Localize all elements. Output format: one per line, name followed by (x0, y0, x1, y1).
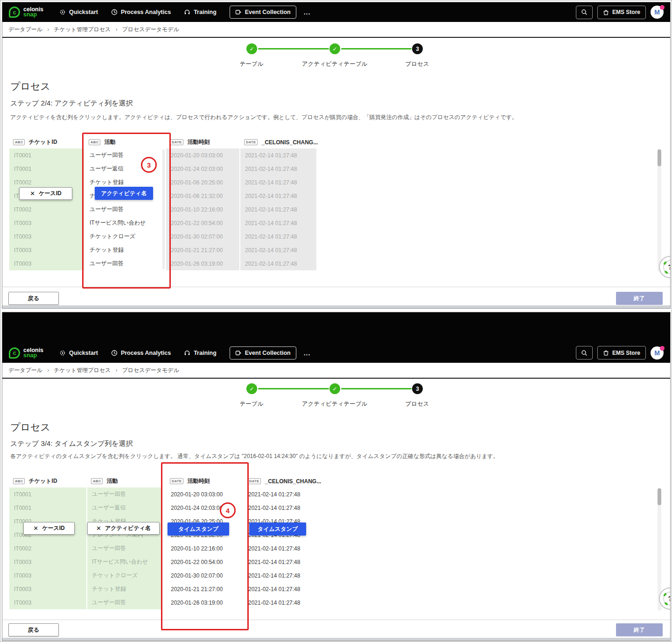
celonis-snap-logo[interactable]: c celonis snap (9, 7, 43, 18)
brand-sub: snap (23, 12, 43, 17)
scrollbar-thumb[interactable] (658, 149, 661, 166)
table-cell: ユーザー回答 (87, 487, 162, 501)
ems-store-button[interactable]: EMS Store (597, 346, 646, 360)
table-cell: 2020-01-22 00:54:00 (166, 555, 239, 569)
step-circle-activity-table[interactable]: ✓ (329, 383, 340, 394)
nav-item-event-collection[interactable]: Event Collection (230, 346, 296, 360)
column-activity-time[interactable]: DATE 活動時刻 2020-01-20 03:03:002020-01-24 … (166, 136, 239, 270)
remove-icon[interactable]: ✕ (33, 525, 38, 532)
search-button[interactable] (576, 346, 593, 360)
annotation-number: 3 (141, 157, 157, 173)
ems-store-button[interactable]: EMS Store (597, 6, 646, 19)
breadcrumb-item[interactable]: プロセスデータモデル (111, 26, 179, 34)
table-cell: チケットクローズ (85, 230, 165, 243)
table-cell: 2021-02-14 01:27:48 (244, 569, 317, 582)
brand-sub: snap (23, 353, 43, 358)
step-circle-process[interactable]: 3 (412, 43, 423, 54)
celonis-logo-icon: c (9, 7, 20, 18)
nav-item-label: Process Analytics (121, 9, 171, 15)
column-activity-time[interactable]: DATE 活動時刻 2020-01-20 03:03:002020-01-24 … (166, 475, 239, 609)
finish-button[interactable]: 終了 (616, 623, 663, 636)
nav-item-training[interactable]: Training (184, 9, 217, 15)
activity-name-suggestion-chip[interactable]: アクティビティ名 (95, 187, 153, 200)
column-ticket-id[interactable]: ABC チケットID IT0001IT0001IT0002IT0002IT000… (9, 475, 86, 609)
svg-text:?: ? (668, 594, 671, 602)
help-icon: ? (658, 587, 671, 610)
training-icon (184, 350, 190, 356)
column-activity[interactable]: ABC 活動 ユーザー回答ユーザー返信チケット登録ナレッジベース案内ユーザー回答… (85, 136, 165, 270)
search-button[interactable] (576, 6, 593, 19)
breadcrumb: データプールチケット管理プロセスプロセスデータモデル (2, 363, 670, 379)
column-ticket-id[interactable]: ABC チケットID IT0001IT0001IT0002IT0002IT000… (9, 136, 84, 270)
shopping-bag-icon (603, 9, 609, 15)
case-id-chip-label: ケースID (39, 190, 62, 198)
table-cell: 2020-01-20 03:03:00 (166, 148, 239, 162)
nav-item-quickstart[interactable]: Quickstart (59, 9, 98, 15)
nav-item-process-analytics[interactable]: Process Analytics (111, 9, 171, 15)
nav-item-event-collection[interactable]: Event Collection (230, 6, 296, 19)
help-widget[interactable]: ? (658, 587, 671, 610)
shopping-bag-icon (603, 350, 609, 356)
table-cell: IT0002 (9, 542, 86, 555)
scrollbar-thumb[interactable] (658, 488, 661, 505)
step-circle-tables[interactable]: ✓ (246, 43, 257, 54)
breadcrumb-item[interactable]: データプール (8, 367, 42, 374)
column-celonis-change[interactable]: DATE _CELONIS_CHANG... 2021-02-14 01:27:… (240, 136, 316, 270)
step-circle-activity-table[interactable]: ✓ (329, 43, 340, 54)
nav-more-button[interactable]: ... (304, 349, 311, 357)
type-badge-abc: ABC (91, 478, 103, 484)
nav-item-process-analytics[interactable]: Process Analytics (111, 350, 171, 356)
breadcrumb-item[interactable]: チケット管理プロセス (42, 367, 111, 374)
help-icon: ? (658, 255, 671, 279)
step-circle-tables[interactable]: ✓ (246, 383, 257, 394)
nav-more-button[interactable]: ... (304, 8, 311, 16)
nav-item-quickstart[interactable]: Quickstart (59, 350, 98, 356)
table-cell: ユーザー回答 (87, 596, 162, 609)
table-cell: IT0002 (9, 203, 84, 216)
table-cell: 2021-02-14 01:27:48 (240, 216, 316, 230)
step-circle-process[interactable]: 3 (412, 383, 423, 394)
table-cell: ユーザー回答 (85, 203, 165, 216)
breadcrumb-item[interactable]: データプール (8, 26, 42, 34)
help-widget[interactable]: ? (658, 255, 671, 279)
case-id-chip[interactable]: ✕ ケースID (23, 522, 75, 535)
check-icon: ✓ (332, 386, 337, 392)
remove-icon[interactable]: ✕ (30, 190, 35, 197)
breadcrumb-item[interactable]: プロセスデータモデル (111, 367, 179, 374)
timestamp-suggestion-chip[interactable]: タイムスタンプ (249, 522, 306, 536)
type-badge-abc: ABC (13, 139, 25, 145)
breadcrumb-item[interactable]: チケット管理プロセス (42, 26, 111, 34)
step-label-process: プロセス (366, 400, 469, 408)
back-button[interactable]: 戻る (8, 623, 59, 636)
timestamp-suggestion-chip[interactable]: タイムスタンプ (168, 522, 229, 536)
nav-item-label: Event Collection (245, 350, 291, 356)
remove-icon[interactable]: ✕ (96, 525, 101, 532)
panel-step-3: c celonis snap Quickstart Process Analyt… (2, 312, 671, 641)
column-celonis-change[interactable]: DATE _CELONIS_CHANG... 2021-02-14 01:27:… (244, 475, 317, 609)
footer-divider (2, 620, 670, 620)
nav-item-training[interactable]: Training (184, 350, 217, 356)
table-scrollbar[interactable] (658, 148, 661, 272)
table-cell: チケット登録 (87, 582, 162, 596)
training-icon (184, 9, 190, 15)
table-cell: 2021-02-14 01:27:48 (244, 542, 317, 555)
nav-item-label: Training (194, 9, 217, 15)
back-button[interactable]: 戻る (8, 292, 59, 305)
search-icon (581, 350, 588, 356)
celonis-snap-logo[interactable]: c celonis snap (9, 347, 43, 359)
column-activity[interactable]: ABC 活動 ユーザー回答ユーザー返信チケット登録ナレッジベース案内ユーザー回答… (87, 475, 162, 609)
column-scrollbar[interactable] (162, 149, 165, 269)
user-avatar[interactable]: M (651, 346, 664, 360)
breadcrumb: データプールチケット管理プロセスプロセスデータモデル (2, 22, 670, 38)
user-avatar[interactable]: M (651, 6, 664, 19)
table-cell: IT0001 (9, 487, 86, 501)
column-header-label: チケットID (28, 477, 57, 485)
table-cell: 2021-02-14 01:27:48 (240, 162, 316, 176)
table-cell: ユーザー返信 (87, 501, 162, 515)
wizard-step-label: ステップ 3/4: タイムスタンプ列を選択 (10, 439, 133, 448)
table-cell: 2021-02-14 01:27:48 (244, 487, 317, 501)
finish-button[interactable]: 終了 (616, 292, 663, 305)
case-id-chip[interactable]: ✕ ケースID (19, 187, 72, 200)
table-cell: 2021-02-14 01:27:48 (244, 596, 317, 609)
activity-name-chip[interactable]: ✕ アクティビティ名 (87, 522, 160, 535)
